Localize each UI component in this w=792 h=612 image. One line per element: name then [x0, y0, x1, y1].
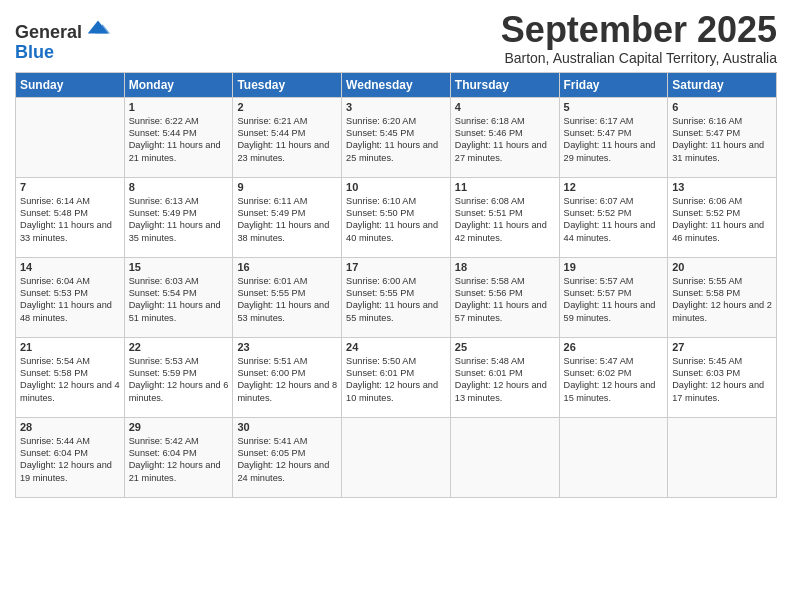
calendar-cell: 19Sunrise: 5:57 AMSunset: 5:57 PMDayligh… — [559, 257, 668, 337]
calendar-cell: 6Sunrise: 6:16 AMSunset: 5:47 PMDaylight… — [668, 97, 777, 177]
calendar-week-row: 7Sunrise: 6:14 AMSunset: 5:48 PMDaylight… — [16, 177, 777, 257]
calendar-cell: 8Sunrise: 6:13 AMSunset: 5:49 PMDaylight… — [124, 177, 233, 257]
day-number: 30 — [237, 421, 337, 433]
day-number: 26 — [564, 341, 664, 353]
logo-blue: Blue — [15, 42, 54, 62]
calendar-cell: 23Sunrise: 5:51 AMSunset: 6:00 PMDayligh… — [233, 337, 342, 417]
day-number: 21 — [20, 341, 120, 353]
title-block: September 2025 Barton, Australian Capita… — [501, 10, 777, 66]
calendar-cell — [559, 417, 668, 497]
calendar-cell — [668, 417, 777, 497]
day-number: 27 — [672, 341, 772, 353]
day-number: 15 — [129, 261, 229, 273]
calendar-cell: 4Sunrise: 6:18 AMSunset: 5:46 PMDaylight… — [450, 97, 559, 177]
day-number: 8 — [129, 181, 229, 193]
calendar-cell: 2Sunrise: 6:21 AMSunset: 5:44 PMDaylight… — [233, 97, 342, 177]
cell-text: Sunrise: 6:20 AMSunset: 5:45 PMDaylight:… — [346, 116, 438, 163]
weekday-header: Sunday — [16, 72, 125, 97]
calendar-cell: 29Sunrise: 5:42 AMSunset: 6:04 PMDayligh… — [124, 417, 233, 497]
day-number: 3 — [346, 101, 446, 113]
calendar-cell: 22Sunrise: 5:53 AMSunset: 5:59 PMDayligh… — [124, 337, 233, 417]
cell-text: Sunrise: 5:47 AMSunset: 6:02 PMDaylight:… — [564, 356, 656, 403]
cell-text: Sunrise: 5:53 AMSunset: 5:59 PMDaylight:… — [129, 356, 229, 403]
cell-text: Sunrise: 6:10 AMSunset: 5:50 PMDaylight:… — [346, 196, 438, 243]
calendar-cell: 14Sunrise: 6:04 AMSunset: 5:53 PMDayligh… — [16, 257, 125, 337]
day-number: 7 — [20, 181, 120, 193]
day-number: 10 — [346, 181, 446, 193]
calendar-cell: 18Sunrise: 5:58 AMSunset: 5:56 PMDayligh… — [450, 257, 559, 337]
calendar-cell: 27Sunrise: 5:45 AMSunset: 6:03 PMDayligh… — [668, 337, 777, 417]
calendar-cell — [342, 417, 451, 497]
cell-text: Sunrise: 5:42 AMSunset: 6:04 PMDaylight:… — [129, 436, 221, 483]
cell-text: Sunrise: 6:04 AMSunset: 5:53 PMDaylight:… — [20, 276, 112, 323]
day-number: 18 — [455, 261, 555, 273]
logo: General Blue — [15, 18, 112, 63]
calendar-cell: 16Sunrise: 6:01 AMSunset: 5:55 PMDayligh… — [233, 257, 342, 337]
cell-text: Sunrise: 6:01 AMSunset: 5:55 PMDaylight:… — [237, 276, 329, 323]
cell-text: Sunrise: 5:50 AMSunset: 6:01 PMDaylight:… — [346, 356, 438, 403]
day-number: 12 — [564, 181, 664, 193]
cell-text: Sunrise: 5:51 AMSunset: 6:00 PMDaylight:… — [237, 356, 337, 403]
logo-general: General — [15, 22, 82, 42]
weekday-header: Monday — [124, 72, 233, 97]
calendar-cell: 1Sunrise: 6:22 AMSunset: 5:44 PMDaylight… — [124, 97, 233, 177]
cell-text: Sunrise: 6:21 AMSunset: 5:44 PMDaylight:… — [237, 116, 329, 163]
day-number: 20 — [672, 261, 772, 273]
day-number: 16 — [237, 261, 337, 273]
day-number: 23 — [237, 341, 337, 353]
calendar-cell: 28Sunrise: 5:44 AMSunset: 6:04 PMDayligh… — [16, 417, 125, 497]
cell-text: Sunrise: 6:13 AMSunset: 5:49 PMDaylight:… — [129, 196, 221, 243]
logo-icon — [84, 16, 112, 38]
cell-text: Sunrise: 5:57 AMSunset: 5:57 PMDaylight:… — [564, 276, 656, 323]
calendar-cell: 20Sunrise: 5:55 AMSunset: 5:58 PMDayligh… — [668, 257, 777, 337]
calendar-cell: 9Sunrise: 6:11 AMSunset: 5:49 PMDaylight… — [233, 177, 342, 257]
cell-text: Sunrise: 6:14 AMSunset: 5:48 PMDaylight:… — [20, 196, 112, 243]
day-number: 25 — [455, 341, 555, 353]
day-number: 24 — [346, 341, 446, 353]
month-title: September 2025 — [501, 10, 777, 50]
cell-text: Sunrise: 5:45 AMSunset: 6:03 PMDaylight:… — [672, 356, 764, 403]
calendar-cell — [450, 417, 559, 497]
calendar-week-row: 1Sunrise: 6:22 AMSunset: 5:44 PMDaylight… — [16, 97, 777, 177]
day-number: 2 — [237, 101, 337, 113]
cell-text: Sunrise: 5:44 AMSunset: 6:04 PMDaylight:… — [20, 436, 112, 483]
weekday-header: Thursday — [450, 72, 559, 97]
day-number: 17 — [346, 261, 446, 273]
weekday-header: Tuesday — [233, 72, 342, 97]
calendar-cell: 17Sunrise: 6:00 AMSunset: 5:55 PMDayligh… — [342, 257, 451, 337]
day-number: 5 — [564, 101, 664, 113]
page-header: General Blue September 2025 Barton, Aust… — [15, 10, 777, 66]
cell-text: Sunrise: 6:16 AMSunset: 5:47 PMDaylight:… — [672, 116, 764, 163]
calendar-cell: 11Sunrise: 6:08 AMSunset: 5:51 PMDayligh… — [450, 177, 559, 257]
calendar-header-row: SundayMondayTuesdayWednesdayThursdayFrid… — [16, 72, 777, 97]
day-number: 11 — [455, 181, 555, 193]
calendar-cell: 12Sunrise: 6:07 AMSunset: 5:52 PMDayligh… — [559, 177, 668, 257]
cell-text: Sunrise: 6:22 AMSunset: 5:44 PMDaylight:… — [129, 116, 221, 163]
cell-text: Sunrise: 6:17 AMSunset: 5:47 PMDaylight:… — [564, 116, 656, 163]
cell-text: Sunrise: 6:08 AMSunset: 5:51 PMDaylight:… — [455, 196, 547, 243]
calendar-week-row: 21Sunrise: 5:54 AMSunset: 5:58 PMDayligh… — [16, 337, 777, 417]
calendar-cell: 7Sunrise: 6:14 AMSunset: 5:48 PMDaylight… — [16, 177, 125, 257]
calendar-table: SundayMondayTuesdayWednesdayThursdayFrid… — [15, 72, 777, 498]
day-number: 14 — [20, 261, 120, 273]
calendar-cell: 21Sunrise: 5:54 AMSunset: 5:58 PMDayligh… — [16, 337, 125, 417]
weekday-header: Friday — [559, 72, 668, 97]
cell-text: Sunrise: 6:18 AMSunset: 5:46 PMDaylight:… — [455, 116, 547, 163]
day-number: 28 — [20, 421, 120, 433]
day-number: 13 — [672, 181, 772, 193]
calendar-week-row: 14Sunrise: 6:04 AMSunset: 5:53 PMDayligh… — [16, 257, 777, 337]
cell-text: Sunrise: 5:58 AMSunset: 5:56 PMDaylight:… — [455, 276, 547, 323]
day-number: 19 — [564, 261, 664, 273]
day-number: 1 — [129, 101, 229, 113]
cell-text: Sunrise: 6:03 AMSunset: 5:54 PMDaylight:… — [129, 276, 221, 323]
location-subtitle: Barton, Australian Capital Territory, Au… — [501, 50, 777, 66]
calendar-cell: 13Sunrise: 6:06 AMSunset: 5:52 PMDayligh… — [668, 177, 777, 257]
cell-text: Sunrise: 5:55 AMSunset: 5:58 PMDaylight:… — [672, 276, 772, 323]
calendar-cell — [16, 97, 125, 177]
day-number: 4 — [455, 101, 555, 113]
calendar-cell: 5Sunrise: 6:17 AMSunset: 5:47 PMDaylight… — [559, 97, 668, 177]
calendar-cell: 26Sunrise: 5:47 AMSunset: 6:02 PMDayligh… — [559, 337, 668, 417]
calendar-cell: 30Sunrise: 5:41 AMSunset: 6:05 PMDayligh… — [233, 417, 342, 497]
calendar-cell: 25Sunrise: 5:48 AMSunset: 6:01 PMDayligh… — [450, 337, 559, 417]
calendar-cell: 15Sunrise: 6:03 AMSunset: 5:54 PMDayligh… — [124, 257, 233, 337]
